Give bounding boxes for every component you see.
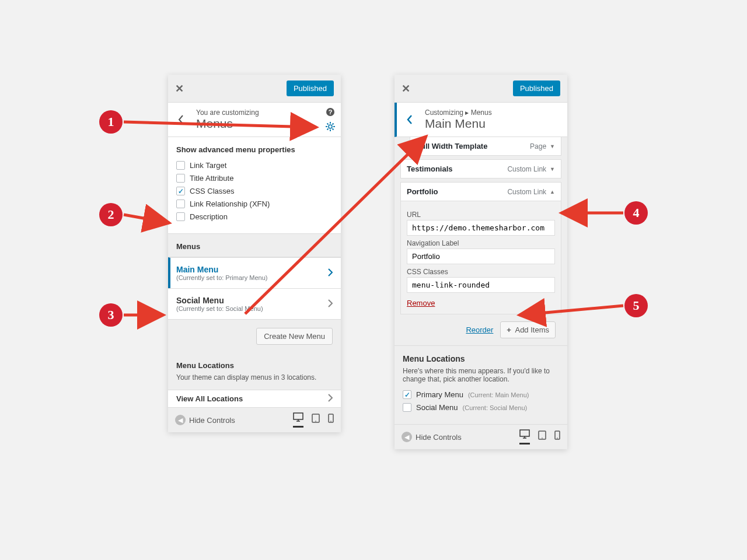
chevron-right-icon bbox=[328, 268, 333, 278]
chevron-right-icon bbox=[328, 299, 333, 309]
locations-title: Menu Locations bbox=[403, 354, 559, 363]
checkbox-description[interactable]: Description bbox=[176, 212, 333, 221]
svg-line-9 bbox=[327, 129, 329, 130]
menu-item-type: Custom Link bbox=[507, 165, 546, 173]
bottom-bar: ◀ Hide Controls bbox=[168, 407, 341, 432]
svg-point-24 bbox=[557, 438, 558, 439]
hide-controls-button[interactable]: ◀ Hide Controls bbox=[175, 415, 288, 425]
annotation-badge-3: 3 bbox=[99, 303, 123, 327]
svg-point-2 bbox=[329, 125, 332, 128]
bottom-bar: ◀ Hide Controls bbox=[395, 424, 567, 449]
desktop-icon[interactable] bbox=[293, 412, 303, 428]
annotation-badge-4: 4 bbox=[624, 201, 648, 225]
checkbox-label: Link Target bbox=[190, 161, 226, 170]
menu-item-sub: (Currently set to: Social Menu) bbox=[176, 305, 263, 312]
create-menu-row: Create New Menu bbox=[168, 320, 341, 353]
view-all-locations[interactable]: View All Locations bbox=[168, 390, 341, 407]
collapse-icon: ◀ bbox=[402, 432, 412, 442]
mobile-icon[interactable] bbox=[554, 430, 560, 444]
create-new-menu-button[interactable]: Create New Menu bbox=[256, 328, 333, 345]
checkbox-link-rel[interactable]: Link Relationship (XFN) bbox=[176, 200, 333, 208]
advanced-title: Show advanced menu properties bbox=[176, 145, 333, 154]
checkbox-label: Link Relationship (XFN) bbox=[190, 200, 270, 208]
mobile-icon[interactable] bbox=[328, 414, 334, 427]
close-icon[interactable]: ✕ bbox=[402, 82, 410, 95]
css-classes-label: CSS Classes bbox=[407, 268, 555, 276]
customizer-panel-main-menu: ✕ Published Customizing ▸ Menus Main Men… bbox=[395, 75, 567, 449]
svg-text:?: ? bbox=[329, 108, 333, 116]
location-current: (Current: Social Menu) bbox=[463, 404, 528, 411]
desktop-icon[interactable] bbox=[519, 429, 530, 444]
remove-link[interactable]: Remove bbox=[407, 299, 435, 307]
menu-item-label: Portfolio bbox=[407, 187, 438, 196]
hide-controls-label: Hide Controls bbox=[416, 433, 462, 442]
locations-title: Menu Locations bbox=[176, 361, 333, 370]
svg-line-26 bbox=[124, 215, 169, 223]
menu-item-main-menu[interactable]: Main Menu (Currently set to: Primary Men… bbox=[168, 257, 341, 289]
url-input[interactable] bbox=[407, 220, 555, 236]
checkbox-title-attr[interactable]: Title Attribute bbox=[176, 174, 333, 183]
checkbox-css-classes[interactable]: CSS Classes bbox=[176, 187, 333, 195]
checkbox-label: Description bbox=[190, 212, 228, 221]
close-icon[interactable]: ✕ bbox=[175, 82, 184, 95]
topbar: ✕ Published bbox=[168, 75, 341, 103]
svg-line-10 bbox=[333, 124, 334, 125]
triangle-down-icon: ▼ bbox=[550, 144, 555, 149]
locations-desc: Your theme can display menus in 3 locati… bbox=[176, 373, 333, 382]
back-button[interactable] bbox=[168, 103, 194, 136]
add-items-label: Add Items bbox=[515, 326, 549, 334]
publish-button[interactable]: Published bbox=[513, 80, 560, 96]
menu-item-sub: (Currently set to: Primary Menu) bbox=[176, 274, 267, 281]
menu-item-label: Main Menu bbox=[176, 265, 267, 274]
svg-rect-11 bbox=[294, 413, 303, 419]
add-items-button[interactable]: + Add Items bbox=[500, 321, 556, 338]
location-label: Social Menu bbox=[416, 403, 458, 412]
reorder-link[interactable]: Reorder bbox=[466, 326, 493, 334]
menu-item-label: Testimonials bbox=[407, 164, 453, 173]
advanced-props-section: Show advanced menu properties Link Targe… bbox=[168, 137, 341, 234]
checkbox-link-target[interactable]: Link Target bbox=[176, 161, 333, 170]
tablet-icon[interactable] bbox=[312, 414, 320, 427]
menu-locations-section: Menu Locations Here's where this menu ap… bbox=[395, 345, 567, 424]
triangle-down-icon: ▼ bbox=[550, 166, 555, 172]
svg-line-7 bbox=[327, 124, 329, 125]
css-classes-input[interactable] bbox=[407, 277, 555, 293]
breadcrumb-pretext: Customizing ▸ Menus bbox=[425, 108, 560, 117]
breadcrumb-header: You are customizing Menus ? bbox=[168, 103, 341, 137]
annotation-badge-5: 5 bbox=[624, 294, 648, 317]
locations-desc: Here's where this menu appears. If you'd… bbox=[403, 367, 559, 383]
menu-item-label: Full Width Template bbox=[416, 142, 487, 150]
tablet-icon[interactable] bbox=[538, 430, 546, 444]
location-label: Primary Menu bbox=[416, 390, 463, 399]
svg-rect-18 bbox=[520, 430, 529, 436]
location-primary-checkbox[interactable]: Primary Menu (Current: Main Menu) bbox=[403, 390, 559, 399]
annotation-badge-1: 1 bbox=[99, 110, 123, 134]
nav-label-label: Navigation Label bbox=[407, 239, 555, 247]
svg-point-17 bbox=[330, 421, 331, 422]
nav-label-input[interactable] bbox=[407, 249, 555, 264]
hide-controls-button[interactable]: ◀ Hide Controls bbox=[402, 432, 515, 442]
location-social-checkbox[interactable]: Social Menu (Current: Social Menu) bbox=[403, 403, 559, 412]
breadcrumb-header: Customizing ▸ Menus Main Menu bbox=[395, 103, 567, 137]
menu-actions-row: Reorder + Add Items bbox=[400, 314, 561, 345]
svg-point-22 bbox=[542, 438, 543, 439]
menu-item-portfolio[interactable]: Portfolio Custom Link▲ bbox=[400, 182, 561, 201]
menus-section-header: Menus bbox=[168, 234, 341, 257]
menu-item-full-width[interactable]: Full Width Template Page▼ bbox=[410, 137, 561, 156]
triangle-up-icon: ▲ bbox=[550, 189, 555, 195]
back-button[interactable] bbox=[397, 103, 423, 136]
annotation-arrows bbox=[0, 0, 747, 560]
location-current: (Current: Main Menu) bbox=[468, 391, 529, 398]
chevron-left-icon bbox=[407, 115, 413, 124]
menu-item-type: Custom Link bbox=[507, 188, 546, 196]
menu-item-social-menu[interactable]: Social Menu (Currently set to: Social Me… bbox=[168, 288, 341, 320]
annotation-badge-2: 2 bbox=[99, 203, 123, 226]
help-icon[interactable]: ? bbox=[326, 107, 335, 118]
publish-button[interactable]: Published bbox=[287, 80, 334, 96]
menu-item-portfolio-panel: URL Navigation Label CSS Classes Remove bbox=[400, 201, 561, 314]
chevron-right-icon bbox=[328, 394, 333, 404]
menu-item-testimonials[interactable]: Testimonials Custom Link▼ bbox=[400, 159, 561, 178]
svg-point-15 bbox=[315, 421, 316, 422]
gear-icon[interactable] bbox=[326, 122, 335, 133]
svg-line-8 bbox=[333, 129, 334, 130]
